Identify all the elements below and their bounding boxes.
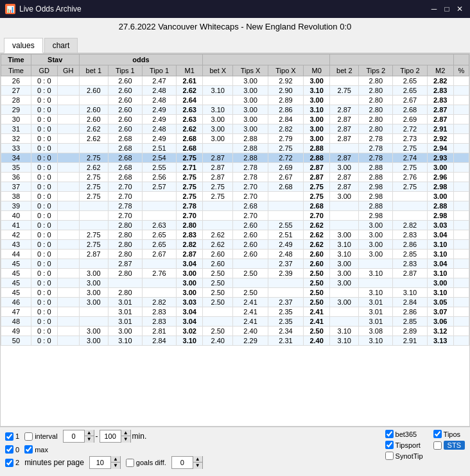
cell-tips2: 2.80: [359, 76, 393, 86]
cell-pct: [453, 327, 469, 336]
cb-sts-input[interactable]: [433, 441, 442, 450]
cell-tipo1: 2.47: [142, 76, 177, 86]
to-spin[interactable]: ▲ ▼: [100, 430, 131, 443]
cb-tipsport-input[interactable]: [385, 441, 394, 449]
table-row[interactable]: 350 : 02.622.682.552.712.872.782.692.873…: [1, 163, 469, 173]
checkbox-synotip[interactable]: SynotTip: [385, 452, 423, 460]
table-row[interactable]: 370 : 02.752.702.572.752.752.702.682.752…: [1, 182, 469, 192]
cell-tips1: 2.80: [109, 269, 143, 278]
minutes-spin[interactable]: ▲ ▼: [89, 456, 121, 469]
to-value-input[interactable]: [100, 430, 121, 442]
cell-bet1: [79, 201, 108, 211]
cell-tipo2: 2.65: [393, 76, 428, 86]
cell-bet1: [79, 96, 108, 105]
from-down-btn[interactable]: ▼: [85, 436, 94, 443]
checkbox-goals-diff[interactable]: goals diff.: [126, 459, 166, 467]
table-row[interactable]: 380 : 02.752.702.752.752.702.753.002.983…: [1, 192, 469, 201]
minutes-up-btn[interactable]: ▲: [111, 456, 120, 463]
table-row[interactable]: 330 : 02.682.512.682.882.752.882.782.752…: [1, 144, 469, 153]
tab-chart[interactable]: chart: [44, 38, 78, 53]
cb-tipos-input[interactable]: [433, 430, 442, 438]
table-row[interactable]: 390 : 02.782.782.682.682.882.88: [1, 201, 469, 211]
table-row[interactable]: 310 : 02.622.602.482.623.003.002.823.002…: [1, 124, 469, 134]
cell-tips2: 3.10: [359, 336, 393, 346]
to-up-btn[interactable]: ▲: [121, 430, 130, 436]
cell-bet2: 3.10: [330, 250, 359, 259]
cell-pct: [453, 336, 469, 346]
checkbox-interval[interactable]: interval: [24, 432, 57, 441]
table-row[interactable]: 270 : 02.602.602.482.623.103.002.903.102…: [1, 86, 469, 96]
row2-controls: 0 max: [5, 445, 203, 454]
table-row[interactable]: 450 : 02.873.042.602.372.603.002.833.04: [1, 259, 469, 269]
checkbox-0[interactable]: 0: [5, 445, 19, 454]
cell-bet2: [330, 307, 359, 317]
cb-2-input[interactable]: [5, 459, 13, 467]
cell-m2: 2.82: [427, 76, 453, 86]
data-table-container[interactable]: Time Stav odds Time GD GH bet 1 Tips 1 T…: [0, 53, 470, 427]
from-up-btn[interactable]: ▲: [85, 430, 94, 436]
cb-interval-input[interactable]: [24, 432, 33, 441]
cb-0-input[interactable]: [5, 445, 13, 454]
table-row[interactable]: 340 : 02.752.682.542.752.872.882.722.882…: [1, 153, 469, 163]
cell-betx: 2.62: [203, 240, 233, 250]
goals-diff-value-input[interactable]: [172, 457, 193, 468]
table-row[interactable]: 480 : 03.012.833.042.412.352.413.012.853…: [1, 317, 469, 327]
cell-gh: [57, 307, 79, 317]
table-row[interactable]: 300 : 02.602.602.492.633.003.002.843.002…: [1, 115, 469, 124]
minimize-button[interactable]: ─: [429, 4, 439, 14]
cb-max-input[interactable]: [24, 445, 33, 454]
table-row[interactable]: 410 : 02.802.632.802.602.552.623.002.823…: [1, 221, 469, 230]
to-down-btn[interactable]: ▼: [121, 436, 130, 443]
table-row[interactable]: 470 : 03.012.833.042.412.352.413.012.863…: [1, 307, 469, 317]
minutes-value-input[interactable]: [90, 457, 110, 468]
minutes-down-btn[interactable]: ▼: [111, 463, 120, 469]
cell-bet2: [330, 76, 359, 86]
table-row[interactable]: 450 : 03.003.002.502.503.003.00: [1, 278, 469, 288]
checkbox-tipsport[interactable]: Tipsport: [385, 441, 423, 449]
cb-bet365-input[interactable]: [385, 430, 394, 438]
cell-gd: 0 : 0: [31, 211, 57, 221]
table-row[interactable]: 290 : 02.602.602.492.633.103.002.863.102…: [1, 105, 469, 115]
maximize-button[interactable]: □: [442, 4, 452, 14]
close-button[interactable]: ✕: [455, 4, 465, 14]
table-row[interactable]: 500 : 03.003.102.843.102.402.292.312.403…: [1, 336, 469, 346]
goals-diff-up-btn[interactable]: ▲: [193, 456, 202, 463]
from-spin[interactable]: ▲ ▼: [63, 430, 94, 443]
table-row[interactable]: 460 : 03.003.012.823.032.502.412.372.503…: [1, 298, 469, 307]
cb-1-input[interactable]: [5, 432, 13, 441]
cell-gd: 0 : 0: [31, 288, 57, 298]
from-value-input[interactable]: [64, 430, 84, 442]
cb-synotip-input[interactable]: [385, 452, 394, 460]
checkbox-max[interactable]: max: [24, 445, 48, 454]
table-row[interactable]: 280 : 02.602.482.643.002.893.002.802.672…: [1, 96, 469, 105]
table-row[interactable]: 400 : 02.702.702.702.702.982.98: [1, 211, 469, 221]
cell-betx: 2.87: [203, 163, 233, 173]
checkbox-tipos[interactable]: Tipos: [433, 430, 465, 438]
checkbox-1[interactable]: 1: [5, 432, 19, 441]
table-row[interactable]: 260 : 02.602.472.613.002.923.002.802.652…: [1, 76, 469, 86]
table-row[interactable]: 490 : 03.003.002.813.022.502.402.342.503…: [1, 327, 469, 336]
cell-gd: 0 : 0: [31, 153, 57, 163]
table-row[interactable]: 320 : 02.622.682.492.683.002.882.793.002…: [1, 134, 469, 144]
table-row[interactable]: 420 : 02.752.802.652.832.622.602.512.623…: [1, 230, 469, 240]
cell-gh: [57, 230, 79, 240]
checkbox-2[interactable]: 2: [5, 459, 19, 467]
table-row[interactable]: 360 : 02.752.682.562.752.872.782.672.872…: [1, 173, 469, 182]
checkbox-bet365[interactable]: bet365: [385, 430, 423, 438]
cell-time: 33: [1, 144, 31, 153]
cell-gd: 0 : 0: [31, 76, 57, 86]
tab-values[interactable]: values: [4, 38, 43, 53]
minutes-spin-btns: ▲ ▼: [110, 456, 120, 469]
cell-m1: 2.68: [177, 144, 203, 153]
table-row[interactable]: 440 : 02.872.802.672.872.602.602.482.603…: [1, 250, 469, 259]
goals-diff-spin[interactable]: ▲ ▼: [171, 456, 203, 469]
checkbox-sts[interactable]: STS: [433, 441, 465, 450]
cell-pct: [453, 269, 469, 278]
table-row[interactable]: 450 : 03.002.803.002.502.502.503.103.103…: [1, 288, 469, 298]
goals-diff-down-btn[interactable]: ▼: [193, 463, 202, 469]
cell-tipox: 2.37: [268, 298, 303, 307]
cb-goals-diff-input[interactable]: [126, 459, 134, 467]
table-row[interactable]: 450 : 03.002.802.763.002.502.502.392.503…: [1, 269, 469, 278]
table-row[interactable]: 430 : 02.752.802.652.822.622.602.492.623…: [1, 240, 469, 250]
cell-betx: 2.87: [203, 173, 233, 182]
